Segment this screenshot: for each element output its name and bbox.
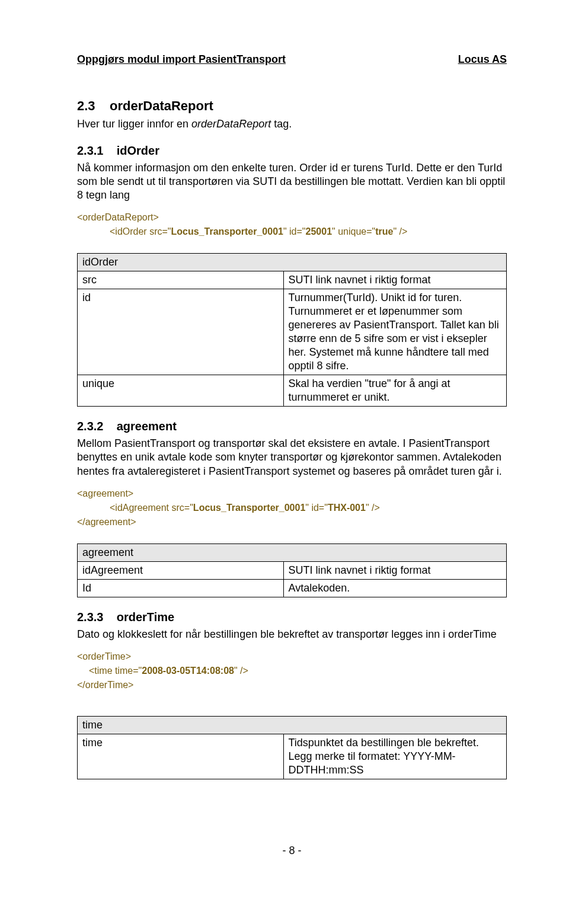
table-val: Skal ha verdien "true" for å angi at tur… [283,375,506,407]
table-row: Id Avtalekoden. [78,579,507,597]
heading-2-3-2: 2.3.2 agreement [77,420,507,433]
table-key: id [78,289,284,375]
heading-title: idOrder [117,144,159,157]
code-line: <idOrder src="Locus_Transporter_0001" id… [77,225,407,239]
code-value: Locus_Transporter_0001 [171,226,283,236]
table-header: time [78,716,507,734]
header-right: Locus AS [458,53,507,66]
code-value: 25001 [306,226,333,236]
heading-num: 2.3.3 [77,610,103,624]
heading-num: 2.3.1 [77,144,103,157]
table-idorder: idOrder src SUTI link navnet i riktig fo… [77,253,507,407]
heading-title: orderTime [117,610,174,624]
code-text: " unique=" [332,226,375,236]
table-val: Avtalekoden. [283,579,506,597]
heading-num: 2.3.2 [77,420,103,433]
code-text: " id=" [305,503,328,513]
table-header-row: idOrder [78,254,507,271]
heading-2-3: 2.3 orderDataReport [77,98,507,114]
table-header: agreement [78,543,507,561]
code-value: THX-001 [328,503,366,513]
table-row: unique Skal ha verdien "true" for å angi… [78,375,507,407]
code-line: </orderTime> [77,680,133,690]
code-text: <idOrder src=" [110,226,171,236]
code-text: " /> [234,666,248,676]
page-number: - 8 - [77,845,507,857]
text: Hver tur ligger innfor en [77,118,191,130]
table-header-row: agreement [78,543,507,561]
italic-text: orderDataReport [191,118,271,130]
table-key: unique [78,375,284,407]
code-block-agreement: <agreement> <idAgreement src="Locus_Tran… [77,487,507,529]
heading-title: orderDataReport [110,98,213,113]
code-line: <idAgreement src="Locus_Transporter_0001… [77,501,380,515]
table-time: time time Tidspunktet da bestillingen bl… [77,716,507,779]
table-header: idOrder [78,254,507,271]
page-header: Oppgjørs modul import PasientTransport L… [77,53,507,66]
code-block-ordertime: <orderTime> <time time="2008-03-05T14:08… [77,650,507,692]
heading-title: agreement [117,420,177,433]
code-value: Locus_Transporter_0001 [193,503,305,513]
code-text: <time time=" [89,666,142,676]
table-row: src SUTI link navnet i riktig format [78,271,507,289]
code-line: <time time="2008-03-05T14:08:08" /> [77,664,248,678]
code-text: <idAgreement src=" [110,503,193,513]
code-text: " id=" [283,226,306,236]
code-block-idorder: <orderDataReport> <idOrder src="Locus_Tr… [77,210,507,239]
code-text: " /> [393,226,407,236]
table-val: Tidspunktet da bestillingen ble bekrefte… [283,734,506,779]
table-key: time [78,734,284,779]
table-val: Turnummer(TurId). Unikt id for turen. Tu… [283,289,506,375]
code-line: <orderDataReport> [77,212,159,222]
table-val: SUTI link navnet i riktig format [283,271,506,289]
table-key: src [78,271,284,289]
table-val: SUTI link navnet i riktig format [283,561,506,579]
table-key: Id [78,579,284,597]
code-line: <agreement> [77,488,133,498]
code-line: <orderTime> [77,651,131,661]
page: Oppgjørs modul import PasientTransport L… [0,0,569,893]
heading-2-3-1: 2.3.1 idOrder [77,144,507,158]
heading-num: 2.3 [77,98,95,113]
para-2-3-2: Mellom PasientTransport og transportør s… [77,437,507,478]
table-agreement: agreement idAgreement SUTI link navnet i… [77,543,507,597]
heading-2-3-3: 2.3.3 orderTime [77,610,507,624]
text: tag. [271,118,292,130]
header-left: Oppgjørs modul import PasientTransport [77,53,286,66]
code-line: </agreement> [77,517,136,527]
table-row: idAgreement SUTI link navnet i riktig fo… [78,561,507,579]
para-2-3: Hver tur ligger innfor en orderDataRepor… [77,117,507,131]
code-text: " /> [366,503,380,513]
table-key: idAgreement [78,561,284,579]
code-value: 2008-03-05T14:08:08 [142,666,234,676]
table-header-row: time [78,716,507,734]
table-row: time Tidspunktet da bestillingen ble bek… [78,734,507,779]
para-2-3-1: Nå kommer informasjon om den enkelte tur… [77,161,507,202]
table-row: id Turnummer(TurId). Unikt id for turen.… [78,289,507,375]
para-2-3-3: Dato og klokkeslett for når bestillingen… [77,628,507,641]
code-value: true [375,226,393,236]
